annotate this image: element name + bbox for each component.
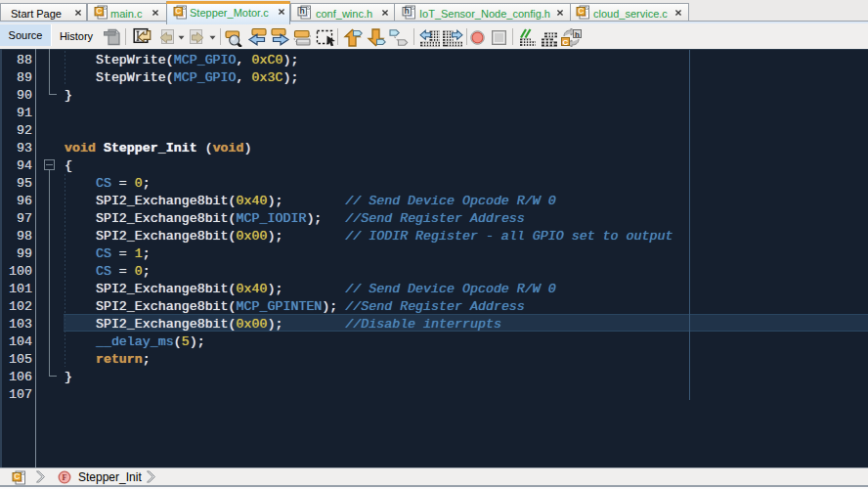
svg-text:F: F [63,473,67,482]
svg-text:C: C [563,38,569,47]
svg-text:h: h [575,30,580,39]
